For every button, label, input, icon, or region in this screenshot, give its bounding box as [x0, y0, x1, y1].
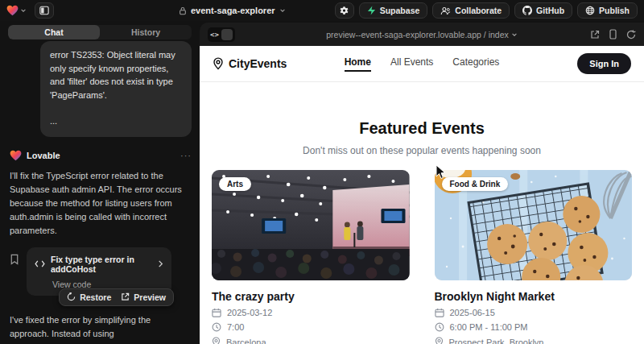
- bookmark-icon[interactable]: [10, 254, 19, 265]
- lovable-editor-window: event-saga-explorer Supabase: [0, 0, 644, 344]
- message-hover-toolbar: Restore Preview: [59, 288, 174, 306]
- lovable-logo-menu[interactable]: [6, 5, 27, 16]
- mobile-view-icon[interactable]: [609, 29, 617, 39]
- clock-icon: [435, 322, 444, 332]
- user-message-text: error TS2353: Object literal may only sp…: [50, 48, 182, 102]
- tool-call-title: Fix type type error in addCoHost: [51, 255, 152, 274]
- calendar-icon: [212, 308, 221, 317]
- tab-chat[interactable]: Chat: [8, 25, 100, 39]
- tool-call-row: Fix type type error in addCoHost View co…: [10, 247, 192, 296]
- featured-events-section: Featured Events Don't miss out on these …: [200, 82, 644, 344]
- event-location: Prospect Park, Brooklyn: [435, 337, 633, 344]
- event-card-brooklyn-market[interactable]: Food & Drink Brooklyn Night Market 2025-…: [435, 170, 633, 344]
- url-bar[interactable]: preview--event-saga-explorer.lovable.app…: [200, 30, 644, 39]
- page-title: Featured Events: [200, 119, 644, 138]
- refresh-icon[interactable]: [626, 30, 636, 39]
- code-icon: <>: [208, 31, 221, 39]
- people-icon: [440, 6, 451, 15]
- event-image-conference: Arts: [212, 170, 410, 280]
- event-date: 2025-06-15: [435, 308, 633, 317]
- preview-site: CityEvents Home All Events Categories Si…: [200, 46, 644, 344]
- nav-categories[interactable]: Categories: [452, 56, 499, 72]
- sign-in-button[interactable]: Sign In: [577, 53, 631, 74]
- external-link-icon: [121, 292, 130, 301]
- collaborate-button[interactable]: Collaborate: [432, 2, 510, 19]
- chevron-right-icon: [158, 260, 163, 267]
- preview-panel: <> preview--event-saga-explorer.lovable.…: [200, 23, 644, 344]
- event-title: The crazy party: [212, 290, 410, 303]
- open-in-new-tab-icon[interactable]: [590, 30, 600, 39]
- user-message-bubble: error TS2353: Object literal may only sp…: [40, 41, 192, 137]
- code-view-toggle[interactable]: <>: [208, 27, 235, 42]
- github-icon: [522, 6, 532, 15]
- tab-history[interactable]: History: [100, 25, 192, 39]
- code-icon: [35, 260, 45, 267]
- chat-scroll-area[interactable]: error TS2353: Object literal may only sp…: [0, 39, 200, 344]
- user-message-ellipsis: ...: [50, 114, 182, 128]
- assistant-paragraph-2: I've fixed the error by simplifying the …: [10, 313, 192, 344]
- project-name-menu[interactable]: event-saga-explorer: [179, 0, 286, 21]
- sidebar-toggle-button[interactable]: [35, 2, 54, 19]
- site-brand[interactable]: CityEvents: [213, 57, 287, 70]
- github-button[interactable]: GitHub: [514, 2, 572, 19]
- site-header: CityEvents Home All Events Categories Si…: [200, 46, 644, 82]
- globe-icon: [585, 6, 595, 15]
- restore-button[interactable]: Restore: [67, 292, 111, 302]
- assistant-name: Lovable: [27, 151, 60, 160]
- toggle-knob: [221, 29, 233, 40]
- category-badge: Arts: [219, 177, 251, 191]
- event-title: Brooklyn Night Market: [435, 290, 633, 303]
- sidebar-tabs: Chat History: [8, 25, 192, 39]
- location-pin-icon: [213, 57, 224, 70]
- lovable-heart-icon: [10, 150, 22, 161]
- project-name: event-saga-explorer: [191, 6, 275, 15]
- assistant-header: Lovable ···: [10, 150, 192, 161]
- settings-button[interactable]: [335, 2, 354, 19]
- preview-url-path: / index: [484, 30, 509, 39]
- nav-home[interactable]: Home: [345, 56, 371, 72]
- nav-all-events[interactable]: All Events: [390, 56, 433, 72]
- event-image-cookies: Food & Drink: [435, 170, 633, 280]
- panel-icon: [39, 6, 49, 15]
- calendar-icon: [435, 308, 444, 317]
- chevron-down-icon: [279, 7, 286, 14]
- event-time: 6:00 PM - 11:00 PM: [435, 322, 633, 332]
- preview-url-host: preview--event-saga-explorer.lovable.app: [326, 30, 481, 39]
- event-date: 2025-03-12: [212, 308, 410, 317]
- chevron-down-icon: [20, 7, 27, 14]
- location-pin-icon: [435, 337, 444, 344]
- chevron-down-icon: [511, 31, 518, 38]
- supabase-button[interactable]: Supabase: [359, 2, 428, 19]
- assistant-paragraph-1: I'll fix the TypeScript error related to…: [10, 169, 192, 238]
- preview-button[interactable]: Preview: [121, 292, 166, 302]
- message-menu-button[interactable]: ···: [180, 151, 192, 160]
- event-time: 7:00: [212, 322, 410, 332]
- event-location: Barcelona: [212, 337, 410, 344]
- event-cards: Arts The crazy party 2025-03-12: [212, 170, 632, 344]
- lovable-heart-icon: [6, 5, 19, 16]
- page-subtitle: Don't miss out on these popular events h…: [200, 145, 644, 156]
- supabase-icon: [367, 6, 376, 15]
- top-bar: event-saga-explorer Supabase: [0, 0, 644, 21]
- lock-icon: [179, 6, 187, 15]
- view-code-link[interactable]: View code: [52, 280, 163, 289]
- tool-call-card[interactable]: Fix type type error in addCoHost View co…: [27, 247, 171, 296]
- category-badge: Food & Drink: [442, 177, 509, 191]
- chat-sidebar: Chat History error TS2353: Object litera…: [0, 21, 200, 344]
- location-pin-icon: [212, 337, 221, 344]
- publish-button[interactable]: Publish: [577, 2, 638, 19]
- restore-icon: [67, 292, 76, 301]
- gear-icon: [339, 6, 349, 16]
- preview-browser-bar: <> preview--event-saga-explorer.lovable.…: [200, 23, 644, 46]
- event-card-crazy-party[interactable]: Arts The crazy party 2025-03-12: [212, 170, 410, 344]
- clock-icon: [212, 322, 221, 332]
